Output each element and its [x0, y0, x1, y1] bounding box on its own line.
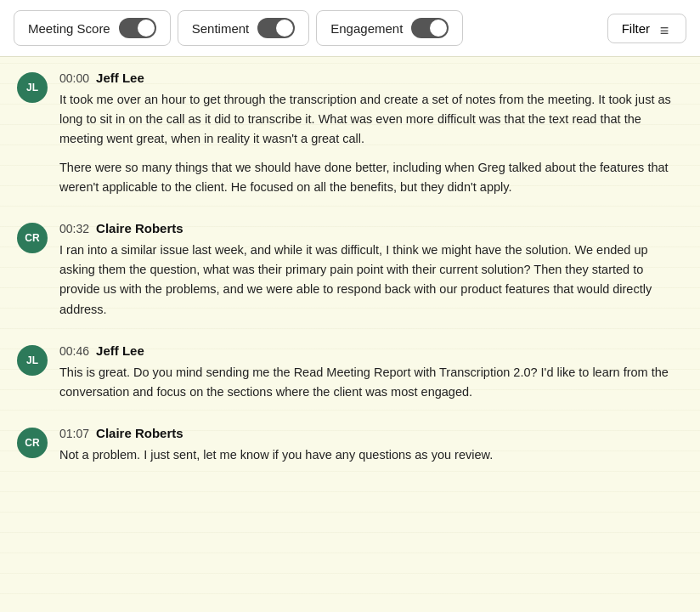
message-block: JL00:00Jeff LeeIt took me over an hour t…: [17, 71, 683, 197]
sentiment-toggle-group: Sentiment: [178, 10, 310, 46]
transcript-area: JL00:00Jeff LeeIt took me over an hour t…: [0, 57, 700, 612]
avatar: JL: [17, 72, 48, 103]
message-content: 00:00Jeff LeeIt took me over an hour to …: [59, 71, 683, 197]
avatar: JL: [17, 345, 48, 376]
sentiment-label: Sentiment: [192, 21, 250, 36]
message-text: This is great. Do you mind sending me th…: [59, 363, 683, 402]
timestamp: 00:32: [59, 222, 89, 235]
engagement-toggle[interactable]: [411, 18, 449, 38]
filter-button[interactable]: Filter: [607, 14, 686, 43]
message-content: 00:32Claire RobertsI ran into a similar …: [59, 221, 683, 320]
message-header: 00:00Jeff Lee: [59, 71, 683, 85]
message-block: CR01:07Claire RobertsNot a problem. I ju…: [17, 426, 683, 465]
timestamp: 00:00: [59, 71, 89, 85]
speaker-name: Claire Roberts: [96, 221, 183, 235]
message-text: There were so many things that we should…: [59, 158, 683, 197]
message-header: 01:07Claire Roberts: [59, 426, 683, 440]
toolbar: Meeting Score Sentiment Engagement Filte…: [0, 0, 700, 57]
message-content: 01:07Claire RobertsNot a problem. I just…: [59, 426, 683, 465]
message-block: JL00:46Jeff LeeThis is great. Do you min…: [17, 343, 683, 402]
meeting-score-toggle[interactable]: [119, 18, 156, 38]
timestamp: 01:07: [59, 427, 89, 440]
speaker-name: Jeff Lee: [96, 71, 144, 85]
message-header: 00:46Jeff Lee: [59, 343, 683, 358]
message-text: I ran into a similar issue last week, an…: [59, 241, 683, 320]
meeting-score-toggle-group: Meeting Score: [14, 10, 171, 46]
speaker-name: Jeff Lee: [96, 343, 144, 358]
engagement-toggle-group: Engagement: [316, 10, 463, 46]
message-text: It took me over an hour to get through t…: [59, 90, 683, 150]
meeting-score-label: Meeting Score: [28, 21, 110, 36]
avatar: CR: [17, 223, 48, 253]
filter-icon: [657, 22, 672, 34]
message-header: 00:32Claire Roberts: [59, 221, 683, 235]
speaker-name: Claire Roberts: [96, 426, 183, 440]
filter-label: Filter: [622, 21, 650, 36]
message-block: CR00:32Claire RobertsI ran into a simila…: [17, 221, 683, 320]
engagement-label: Engagement: [330, 21, 403, 36]
timestamp: 00:46: [59, 344, 89, 358]
avatar: CR: [17, 428, 48, 458]
message-text: Not a problem. I just sent, let me know …: [59, 445, 683, 465]
sentiment-toggle[interactable]: [257, 18, 295, 38]
message-content: 00:46Jeff LeeThis is great. Do you mind …: [59, 343, 683, 402]
